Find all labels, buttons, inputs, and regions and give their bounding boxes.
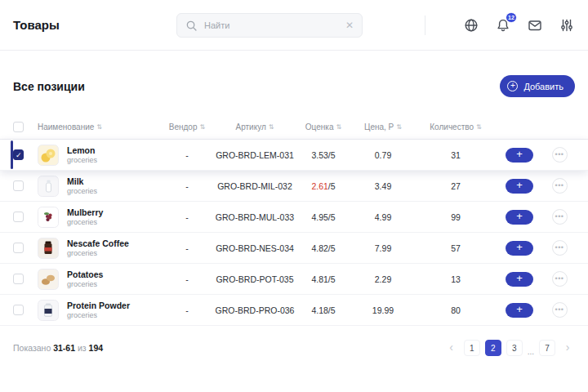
price-value: 19.99 — [372, 305, 394, 315]
rating-value: 4.81 — [311, 274, 327, 284]
pagination-ellipsis: ... — [528, 347, 534, 356]
row-more-button[interactable]: ••• — [552, 271, 568, 287]
column-header-rating[interactable]: Оценка — [305, 122, 341, 131]
rating-suffix: /5 — [328, 212, 336, 222]
results-total: 194 — [89, 343, 104, 353]
row-checkbox[interactable] — [13, 305, 24, 315]
column-header-sku[interactable]: Артикул — [236, 122, 274, 131]
row-more-button[interactable]: ••• — [552, 240, 568, 256]
rating-value: 4.18 — [311, 305, 327, 315]
product-thumbnail-mulberry — [38, 207, 59, 228]
mail-icon[interactable] — [527, 17, 543, 33]
table-row[interactable]: Potatoesgroceries - GRO-BRD-POT-035 4.81… — [0, 264, 588, 295]
row-more-button[interactable]: ••• — [552, 147, 568, 163]
rating-value: 4.82 — [311, 243, 327, 253]
search-input[interactable] — [204, 20, 339, 30]
sku-value: GRO-BRD-NES-034 — [216, 243, 294, 253]
search-box[interactable]: ✕ — [176, 13, 363, 38]
product-thumbnail-milk — [38, 176, 59, 197]
table-row[interactable]: Mulberrygroceries - GRO-BRD-MUL-033 4.95… — [0, 202, 588, 233]
row-more-button[interactable]: ••• — [552, 178, 568, 194]
row-add-button[interactable]: + — [506, 179, 533, 194]
row-add-button[interactable]: + — [506, 148, 533, 163]
section-header: Все позиции + Добавить — [0, 75, 588, 97]
pagination-prev-button[interactable]: ‹ — [444, 340, 459, 356]
product-name: Lemon — [67, 145, 97, 155]
of-label: из — [78, 343, 87, 353]
product-thumbnail-coffee — [38, 238, 59, 259]
page-button[interactable]: 3 — [506, 340, 523, 356]
select-all-checkbox[interactable] — [13, 122, 24, 132]
rating-suffix: /5 — [328, 274, 336, 284]
add-button-label: Добавить — [523, 82, 564, 91]
shown-label: Показано — [13, 343, 51, 353]
rating-value: 2.61 — [311, 181, 327, 191]
rating-suffix: /5 — [328, 305, 336, 315]
clear-search-icon[interactable]: ✕ — [345, 20, 354, 30]
page-title: Товары — [13, 18, 60, 32]
row-add-button[interactable]: + — [506, 272, 533, 287]
product-name: Nescafe Coffee — [67, 238, 129, 248]
quantity-value: 31 — [451, 150, 461, 160]
add-button[interactable]: + Добавить — [500, 75, 575, 97]
product-category: groceries — [67, 218, 103, 226]
vendor-value: - — [185, 150, 189, 160]
column-header-price[interactable]: Цена, Р — [364, 122, 402, 131]
search-icon — [185, 20, 198, 32]
vendor-value: - — [185, 274, 189, 284]
column-header-quantity[interactable]: Количество — [430, 122, 481, 131]
page-button[interactable]: 1 — [464, 340, 480, 356]
row-more-button[interactable]: ••• — [552, 209, 568, 225]
sku-value: GRO-BRD-POT-035 — [216, 274, 293, 284]
results-summary: Показано 31-61 из 194 — [13, 343, 103, 353]
sliders-icon[interactable] — [559, 17, 575, 33]
bell-icon[interactable]: 12 — [495, 17, 511, 33]
quantity-value: 80 — [451, 305, 461, 315]
row-add-button[interactable]: + — [506, 210, 533, 225]
row-more-button[interactable]: ••• — [552, 302, 568, 318]
product-name: Mulberry — [67, 207, 103, 217]
row-add-button[interactable]: + — [506, 303, 533, 318]
row-checkbox[interactable] — [13, 243, 24, 253]
sku-value: GRO-BRD-LEM-031 — [216, 150, 294, 160]
table-row[interactable]: Protein Powdergroceries - GRO-BRD-PRO-03… — [0, 295, 588, 326]
table-header: Наименование Вендор Артикул Оценка Цена,… — [0, 115, 588, 140]
page-button[interactable]: 2 — [485, 340, 501, 356]
notification-badge: 12 — [506, 12, 517, 23]
price-value: 3.49 — [375, 181, 391, 191]
product-category: groceries — [67, 187, 97, 195]
results-range: 31-61 — [53, 343, 75, 353]
column-header-name[interactable]: Наименование — [38, 122, 102, 131]
quantity-value: 57 — [451, 243, 461, 253]
vendor-value: - — [185, 212, 189, 222]
quantity-value: 99 — [451, 212, 461, 222]
rating-value: 3.53 — [311, 150, 327, 160]
vendor-value: - — [185, 243, 189, 253]
row-add-button[interactable]: + — [506, 241, 533, 256]
globe-icon[interactable] — [463, 17, 479, 33]
rating-suffix: /5 — [328, 150, 336, 160]
product-thumbnail-lemon — [38, 145, 59, 166]
table-row[interactable]: Lemongroceries - GRO-BRD-LEM-031 3.53/5 … — [0, 140, 588, 171]
pagination-next-button[interactable]: › — [560, 340, 575, 356]
row-checkbox[interactable] — [13, 180, 24, 191]
quantity-value: 13 — [451, 274, 461, 284]
row-checkbox[interactable] — [13, 212, 24, 222]
header-actions: 12 — [463, 17, 575, 33]
column-header-vendor[interactable]: Вендор — [169, 122, 205, 131]
page-button[interactable]: 7 — [539, 340, 555, 356]
row-checkbox[interactable] — [13, 274, 24, 284]
price-value: 0.79 — [375, 150, 391, 160]
rating-value: 4.95 — [311, 212, 327, 222]
product-thumbnail-potatoes — [38, 269, 59, 290]
product-name: Potatoes — [67, 270, 103, 279]
quantity-value: 27 — [451, 181, 461, 191]
rating-suffix: /5 — [328, 243, 336, 253]
section-title: Все позиции — [13, 80, 85, 93]
product-name: Protein Powder — [67, 301, 130, 310]
product-thumbnail-protein — [38, 300, 59, 321]
price-value: 7.99 — [375, 243, 391, 253]
table-row[interactable]: Milkgroceries - GRO-BRD-MIL-032 2.61/5 3… — [0, 171, 588, 202]
row-checkbox[interactable] — [13, 149, 24, 160]
table-row[interactable]: Nescafe Coffeegroceries - GRO-BRD-NES-03… — [0, 233, 588, 264]
